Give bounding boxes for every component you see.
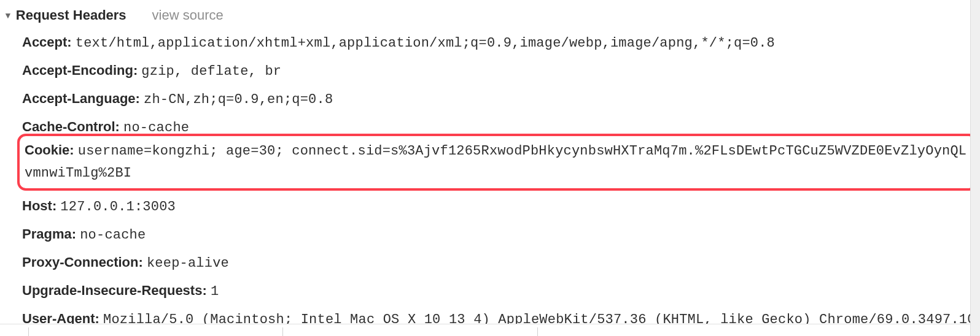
header-cookie: Cookie: username=kongzhi; age=30; connec… <box>25 140 973 184</box>
header-name: Upgrade-Insecure-Requests: <box>22 283 207 298</box>
devtools-request-headers-panel: ▼ Request Headers view source Accept: te… <box>0 0 980 336</box>
highlighted-region: Cookie: username=kongzhi; age=30; connec… <box>17 134 978 190</box>
header-upgrade-insecure-requests: Upgrade-Insecure-Requests: 1 <box>22 280 978 302</box>
header-value: 1 <box>211 284 219 299</box>
header-value: zh-CN,zh;q=0.9,en;q=0.8 <box>144 92 333 107</box>
header-value: username=kongzhi; age=30; connect.sid=s%… <box>25 143 966 181</box>
header-value: no-cache <box>80 227 146 243</box>
section-title: Request Headers <box>16 7 126 23</box>
header-name: Host: <box>22 198 56 213</box>
footer-divider <box>0 324 970 336</box>
header-pragma: Pragma: no-cache <box>22 224 978 246</box>
scrollbar-track[interactable] <box>970 0 980 336</box>
header-name: Proxy-Connection: <box>22 254 143 270</box>
view-source-link[interactable]: view source <box>152 7 224 23</box>
header-accept-language: Accept-Language: zh-CN,zh;q=0.9,en;q=0.8 <box>22 88 978 110</box>
header-name: Pragma: <box>22 226 76 242</box>
header-name: Accept-Language: <box>22 91 140 106</box>
header-name: Accept: <box>22 34 72 50</box>
header-name: Cookie: <box>25 142 74 158</box>
header-accept: Accept: text/html,application/xhtml+xml,… <box>22 32 978 54</box>
footer-tick <box>28 327 29 336</box>
header-value: 127.0.0.1:3003 <box>60 199 176 215</box>
header-name: Accept-Encoding: <box>22 63 138 78</box>
section-header[interactable]: ▼ Request Headers view source <box>0 6 980 28</box>
header-accept-encoding: Accept-Encoding: gzip, deflate, br <box>22 60 978 82</box>
header-proxy-connection: Proxy-Connection: keep-alive <box>22 252 978 274</box>
footer-tick <box>537 327 538 336</box>
disclosure-triangle-icon[interactable]: ▼ <box>4 10 12 20</box>
header-entries: Accept: text/html,application/xhtml+xml,… <box>0 32 980 336</box>
header-value: gzip, deflate, br <box>141 64 281 79</box>
header-host: Host: 127.0.0.1:3003 <box>22 196 978 218</box>
footer-tick <box>282 327 283 336</box>
header-name: Cache-Control: <box>22 119 120 134</box>
header-value: text/html,application/xhtml+xml,applicat… <box>76 36 775 51</box>
header-value: keep-alive <box>147 256 229 271</box>
